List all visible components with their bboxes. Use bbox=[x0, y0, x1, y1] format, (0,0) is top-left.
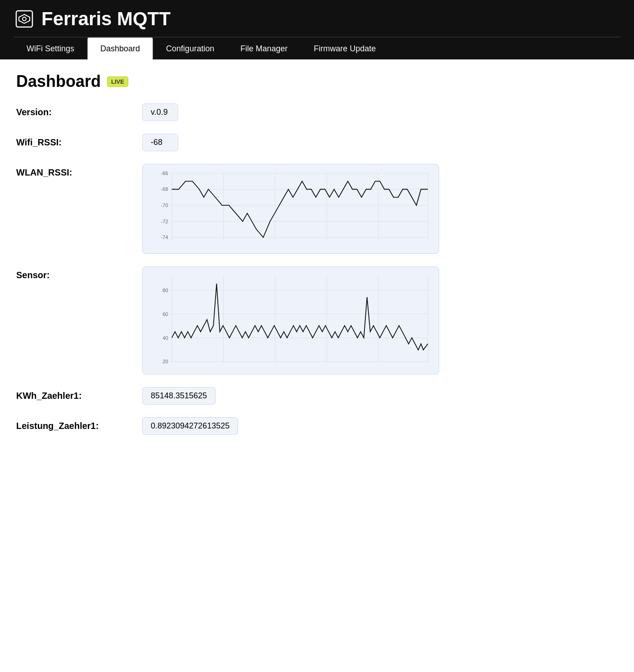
svg-text:-66: -66 bbox=[161, 171, 168, 176]
wifi-rssi-value: -68 bbox=[142, 134, 178, 151]
app-title: Ferraris MQTT bbox=[41, 8, 171, 30]
nav-item-configuration[interactable]: Configuration bbox=[153, 37, 227, 60]
kwh-zaehler1-label: KWh_Zaehler1: bbox=[16, 387, 142, 401]
kwh-zaehler1-row: KWh_Zaehler1: 85148.3515625 bbox=[16, 387, 618, 405]
nav-item-dashboard[interactable]: Dashboard bbox=[87, 37, 153, 60]
header: Ferraris MQTT WiFi Settings Dashboard Co… bbox=[0, 0, 634, 59]
live-badge: LIVE bbox=[107, 77, 128, 87]
leistung-zaehler1-row: Leistung_Zaehler1: 0.8923094272613525 bbox=[16, 417, 618, 435]
wifi-rssi-row: Wifi_RSSI: -68 bbox=[16, 134, 618, 151]
wifi-rssi-label: Wifi_RSSI: bbox=[16, 134, 142, 148]
sensor-label: Sensor: bbox=[16, 266, 142, 280]
svg-text:-74: -74 bbox=[161, 235, 168, 240]
sensor-chart: 80 60 40 20 bbox=[142, 266, 439, 374]
wlan-rssi-row: WLAN_RSSI: -66 -68 -70 -72 bbox=[16, 164, 618, 254]
leistung-zaehler1-label: Leistung_Zaehler1: bbox=[16, 417, 142, 431]
svg-text:20: 20 bbox=[162, 359, 168, 364]
svg-text:40: 40 bbox=[162, 335, 168, 340]
sensor-chart-svg: 80 60 40 20 bbox=[149, 271, 432, 370]
svg-marker-1 bbox=[19, 14, 30, 23]
svg-point-2 bbox=[22, 17, 26, 21]
kwh-zaehler1-value: 85148.3515625 bbox=[142, 387, 216, 405]
page-title-row: Dashboard LIVE bbox=[16, 72, 618, 91]
version-row: Version: v.0.9 bbox=[16, 104, 618, 121]
page-title: Dashboard bbox=[16, 72, 101, 91]
main-content: Dashboard LIVE Version: v.0.9 Wifi_RSSI:… bbox=[0, 59, 634, 460]
main-nav: WiFi Settings Dashboard Configuration Fi… bbox=[13, 37, 621, 59]
version-value: v.0.9 bbox=[142, 104, 178, 121]
sensor-row: Sensor: 80 60 40 20 bbox=[16, 266, 618, 374]
svg-text:-72: -72 bbox=[161, 219, 168, 224]
app-title-row: Ferraris MQTT bbox=[13, 8, 621, 37]
nav-item-wifi-settings[interactable]: WiFi Settings bbox=[13, 37, 87, 60]
app-icon bbox=[13, 8, 35, 30]
svg-text:60: 60 bbox=[162, 311, 168, 317]
wlan-rssi-chart: -66 -68 -70 -72 -74 bbox=[142, 164, 439, 254]
svg-text:-68: -68 bbox=[161, 187, 168, 192]
leistung-zaehler1-value: 0.8923094272613525 bbox=[142, 417, 238, 435]
wlan-rssi-label: WLAN_RSSI: bbox=[16, 164, 142, 178]
svg-text:80: 80 bbox=[162, 288, 168, 293]
svg-text:-70: -70 bbox=[161, 203, 168, 208]
wlan-rssi-chart-svg: -66 -68 -70 -72 -74 bbox=[149, 169, 432, 249]
nav-item-firmware-update[interactable]: Firmware Update bbox=[301, 37, 389, 60]
version-label: Version: bbox=[16, 104, 142, 117]
nav-item-file-manager[interactable]: File Manager bbox=[227, 37, 301, 60]
